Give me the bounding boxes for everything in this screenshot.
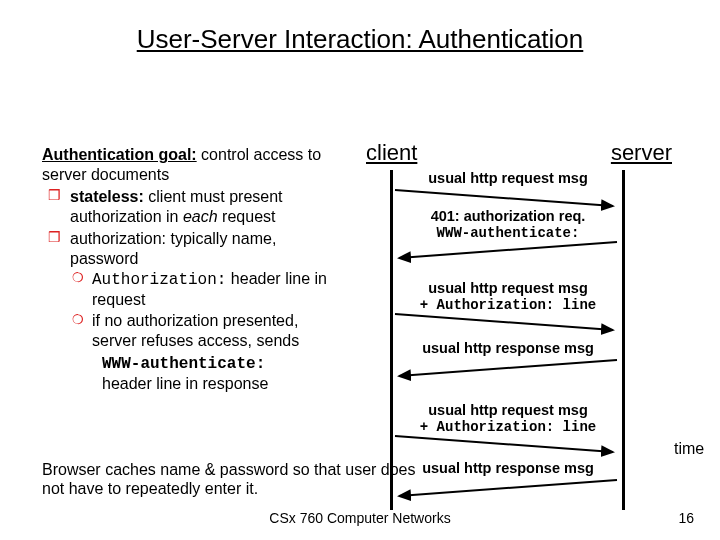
- server-label: server: [611, 140, 672, 166]
- bottom-note: Browser caches name & password so that u…: [42, 460, 442, 498]
- slide-title: User-Server Interaction: Authentication: [0, 24, 720, 55]
- sub-refuse-text: if no authorization presented, server re…: [92, 312, 299, 349]
- sub-refuse: if no authorization presented, server re…: [92, 311, 342, 394]
- bullet-stateless: stateless: client must present authoriza…: [70, 187, 342, 227]
- bullet-stateless-t2: request: [218, 208, 276, 225]
- msg2-line1: 401: authorization req.: [431, 208, 586, 224]
- msg4-arrow: [393, 354, 619, 388]
- bullet-authorization-text: authorization: typically name, password: [70, 230, 276, 267]
- time-label: time: [674, 440, 704, 458]
- bullet-stateless-em: each: [183, 208, 218, 225]
- sub-refuse-rest: header line in response: [102, 375, 268, 392]
- sub-refuse-code: WWW-authenticate:: [102, 355, 265, 373]
- left-column: Authentication goal: control access to s…: [42, 145, 342, 396]
- page-number: 16: [678, 510, 694, 526]
- msg5-line1: usual http request msg: [428, 402, 588, 418]
- sub-auth-header-code: Authorization:: [92, 271, 226, 289]
- footer: CSx 760 Computer Networks: [0, 510, 720, 526]
- msg3-line1: usual http request msg: [428, 280, 588, 296]
- client-label: client: [366, 140, 417, 166]
- sub-auth-header: Authorization: header line in request: [92, 269, 342, 310]
- msg3-arrow: [393, 308, 619, 342]
- bullet-authorization: authorization: typically name, password …: [70, 229, 342, 394]
- bullet-stateless-kw: stateless:: [70, 188, 144, 205]
- msg2-arrow: [393, 236, 619, 270]
- msg5-arrow: [393, 430, 619, 464]
- goal-label: Authentication goal:: [42, 146, 197, 163]
